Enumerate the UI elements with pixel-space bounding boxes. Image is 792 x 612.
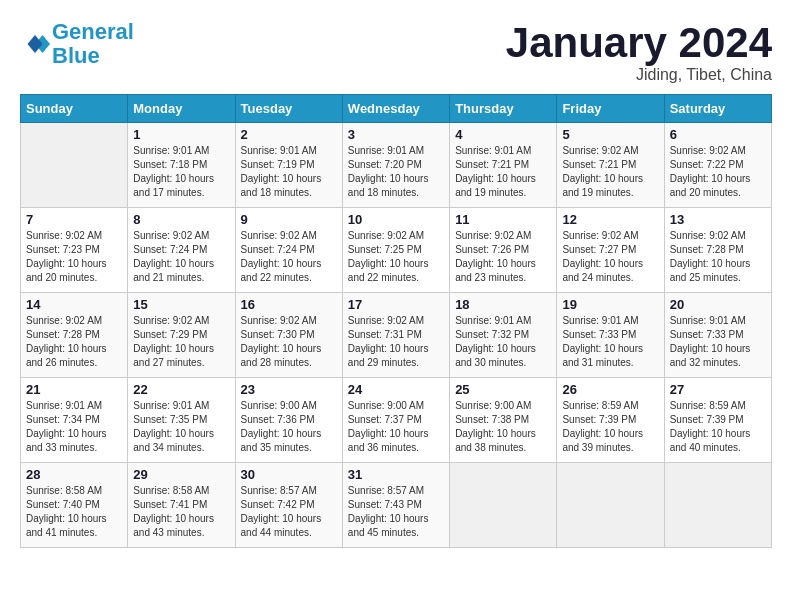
day-number: 8 bbox=[133, 212, 229, 227]
calendar-cell: 7Sunrise: 9:02 AMSunset: 7:23 PMDaylight… bbox=[21, 208, 128, 293]
logo-line2: Blue bbox=[52, 43, 100, 68]
calendar-cell: 15Sunrise: 9:02 AMSunset: 7:29 PMDayligh… bbox=[128, 293, 235, 378]
day-number: 1 bbox=[133, 127, 229, 142]
day-number: 17 bbox=[348, 297, 444, 312]
calendar-cell: 25Sunrise: 9:00 AMSunset: 7:38 PMDayligh… bbox=[450, 378, 557, 463]
calendar-cell: 17Sunrise: 9:02 AMSunset: 7:31 PMDayligh… bbox=[342, 293, 449, 378]
day-info: Sunrise: 8:59 AMSunset: 7:39 PMDaylight:… bbox=[562, 399, 658, 455]
calendar-week-row: 28Sunrise: 8:58 AMSunset: 7:40 PMDayligh… bbox=[21, 463, 772, 548]
calendar-cell: 31Sunrise: 8:57 AMSunset: 7:43 PMDayligh… bbox=[342, 463, 449, 548]
day-info: Sunrise: 9:02 AMSunset: 7:24 PMDaylight:… bbox=[241, 229, 337, 285]
day-info: Sunrise: 9:01 AMSunset: 7:34 PMDaylight:… bbox=[26, 399, 122, 455]
weekday-header-wednesday: Wednesday bbox=[342, 95, 449, 123]
weekday-header-friday: Friday bbox=[557, 95, 664, 123]
day-number: 3 bbox=[348, 127, 444, 142]
weekday-header-thursday: Thursday bbox=[450, 95, 557, 123]
weekday-header-row: SundayMondayTuesdayWednesdayThursdayFrid… bbox=[21, 95, 772, 123]
day-info: Sunrise: 9:01 AMSunset: 7:33 PMDaylight:… bbox=[562, 314, 658, 370]
day-info: Sunrise: 9:00 AMSunset: 7:36 PMDaylight:… bbox=[241, 399, 337, 455]
day-number: 22 bbox=[133, 382, 229, 397]
logo-line1: General bbox=[52, 19, 134, 44]
calendar-cell: 1Sunrise: 9:01 AMSunset: 7:18 PMDaylight… bbox=[128, 123, 235, 208]
calendar-cell: 23Sunrise: 9:00 AMSunset: 7:36 PMDayligh… bbox=[235, 378, 342, 463]
calendar-cell: 13Sunrise: 9:02 AMSunset: 7:28 PMDayligh… bbox=[664, 208, 771, 293]
calendar-cell: 19Sunrise: 9:01 AMSunset: 7:33 PMDayligh… bbox=[557, 293, 664, 378]
day-info: Sunrise: 9:01 AMSunset: 7:21 PMDaylight:… bbox=[455, 144, 551, 200]
day-number: 21 bbox=[26, 382, 122, 397]
day-info: Sunrise: 9:02 AMSunset: 7:27 PMDaylight:… bbox=[562, 229, 658, 285]
calendar-cell: 20Sunrise: 9:01 AMSunset: 7:33 PMDayligh… bbox=[664, 293, 771, 378]
calendar-table: SundayMondayTuesdayWednesdayThursdayFrid… bbox=[20, 94, 772, 548]
day-info: Sunrise: 9:00 AMSunset: 7:37 PMDaylight:… bbox=[348, 399, 444, 455]
day-number: 29 bbox=[133, 467, 229, 482]
day-info: Sunrise: 8:58 AMSunset: 7:41 PMDaylight:… bbox=[133, 484, 229, 540]
calendar-cell: 24Sunrise: 9:00 AMSunset: 7:37 PMDayligh… bbox=[342, 378, 449, 463]
calendar-week-row: 1Sunrise: 9:01 AMSunset: 7:18 PMDaylight… bbox=[21, 123, 772, 208]
day-number: 10 bbox=[348, 212, 444, 227]
day-number: 7 bbox=[26, 212, 122, 227]
calendar-cell: 14Sunrise: 9:02 AMSunset: 7:28 PMDayligh… bbox=[21, 293, 128, 378]
day-info: Sunrise: 8:57 AMSunset: 7:42 PMDaylight:… bbox=[241, 484, 337, 540]
calendar-cell bbox=[557, 463, 664, 548]
day-info: Sunrise: 9:01 AMSunset: 7:32 PMDaylight:… bbox=[455, 314, 551, 370]
day-number: 13 bbox=[670, 212, 766, 227]
day-number: 18 bbox=[455, 297, 551, 312]
day-number: 30 bbox=[241, 467, 337, 482]
calendar-cell: 12Sunrise: 9:02 AMSunset: 7:27 PMDayligh… bbox=[557, 208, 664, 293]
calendar-cell bbox=[450, 463, 557, 548]
day-info: Sunrise: 9:02 AMSunset: 7:28 PMDaylight:… bbox=[26, 314, 122, 370]
calendar-cell: 11Sunrise: 9:02 AMSunset: 7:26 PMDayligh… bbox=[450, 208, 557, 293]
weekday-header-sunday: Sunday bbox=[21, 95, 128, 123]
logo-icon bbox=[20, 29, 50, 59]
day-number: 5 bbox=[562, 127, 658, 142]
calendar-cell: 27Sunrise: 8:59 AMSunset: 7:39 PMDayligh… bbox=[664, 378, 771, 463]
day-info: Sunrise: 9:00 AMSunset: 7:38 PMDaylight:… bbox=[455, 399, 551, 455]
calendar-cell: 6Sunrise: 9:02 AMSunset: 7:22 PMDaylight… bbox=[664, 123, 771, 208]
calendar-cell: 26Sunrise: 8:59 AMSunset: 7:39 PMDayligh… bbox=[557, 378, 664, 463]
calendar-week-row: 21Sunrise: 9:01 AMSunset: 7:34 PMDayligh… bbox=[21, 378, 772, 463]
day-number: 31 bbox=[348, 467, 444, 482]
day-number: 28 bbox=[26, 467, 122, 482]
calendar-cell: 29Sunrise: 8:58 AMSunset: 7:41 PMDayligh… bbox=[128, 463, 235, 548]
logo-text: General Blue bbox=[52, 20, 134, 68]
calendar-cell: 3Sunrise: 9:01 AMSunset: 7:20 PMDaylight… bbox=[342, 123, 449, 208]
day-number: 12 bbox=[562, 212, 658, 227]
day-number: 16 bbox=[241, 297, 337, 312]
calendar-week-row: 7Sunrise: 9:02 AMSunset: 7:23 PMDaylight… bbox=[21, 208, 772, 293]
day-info: Sunrise: 9:02 AMSunset: 7:22 PMDaylight:… bbox=[670, 144, 766, 200]
day-info: Sunrise: 9:01 AMSunset: 7:20 PMDaylight:… bbox=[348, 144, 444, 200]
calendar-week-row: 14Sunrise: 9:02 AMSunset: 7:28 PMDayligh… bbox=[21, 293, 772, 378]
day-info: Sunrise: 9:01 AMSunset: 7:19 PMDaylight:… bbox=[241, 144, 337, 200]
day-number: 24 bbox=[348, 382, 444, 397]
day-info: Sunrise: 9:02 AMSunset: 7:28 PMDaylight:… bbox=[670, 229, 766, 285]
weekday-header-tuesday: Tuesday bbox=[235, 95, 342, 123]
day-info: Sunrise: 9:01 AMSunset: 7:33 PMDaylight:… bbox=[670, 314, 766, 370]
day-number: 25 bbox=[455, 382, 551, 397]
day-info: Sunrise: 8:59 AMSunset: 7:39 PMDaylight:… bbox=[670, 399, 766, 455]
location-subtitle: Jiding, Tibet, China bbox=[506, 66, 772, 84]
day-number: 27 bbox=[670, 382, 766, 397]
day-number: 6 bbox=[670, 127, 766, 142]
weekday-header-monday: Monday bbox=[128, 95, 235, 123]
calendar-cell: 18Sunrise: 9:01 AMSunset: 7:32 PMDayligh… bbox=[450, 293, 557, 378]
calendar-cell bbox=[21, 123, 128, 208]
calendar-cell: 5Sunrise: 9:02 AMSunset: 7:21 PMDaylight… bbox=[557, 123, 664, 208]
weekday-header-saturday: Saturday bbox=[664, 95, 771, 123]
calendar-cell: 8Sunrise: 9:02 AMSunset: 7:24 PMDaylight… bbox=[128, 208, 235, 293]
day-info: Sunrise: 9:02 AMSunset: 7:25 PMDaylight:… bbox=[348, 229, 444, 285]
calendar-cell: 28Sunrise: 8:58 AMSunset: 7:40 PMDayligh… bbox=[21, 463, 128, 548]
day-info: Sunrise: 9:02 AMSunset: 7:23 PMDaylight:… bbox=[26, 229, 122, 285]
day-info: Sunrise: 9:01 AMSunset: 7:35 PMDaylight:… bbox=[133, 399, 229, 455]
day-info: Sunrise: 9:02 AMSunset: 7:31 PMDaylight:… bbox=[348, 314, 444, 370]
day-info: Sunrise: 9:02 AMSunset: 7:26 PMDaylight:… bbox=[455, 229, 551, 285]
title-section: January 2024 Jiding, Tibet, China bbox=[506, 20, 772, 84]
calendar-cell: 16Sunrise: 9:02 AMSunset: 7:30 PMDayligh… bbox=[235, 293, 342, 378]
day-number: 26 bbox=[562, 382, 658, 397]
day-info: Sunrise: 8:57 AMSunset: 7:43 PMDaylight:… bbox=[348, 484, 444, 540]
day-number: 15 bbox=[133, 297, 229, 312]
day-number: 11 bbox=[455, 212, 551, 227]
day-number: 9 bbox=[241, 212, 337, 227]
day-number: 4 bbox=[455, 127, 551, 142]
day-number: 23 bbox=[241, 382, 337, 397]
day-info: Sunrise: 9:02 AMSunset: 7:30 PMDaylight:… bbox=[241, 314, 337, 370]
